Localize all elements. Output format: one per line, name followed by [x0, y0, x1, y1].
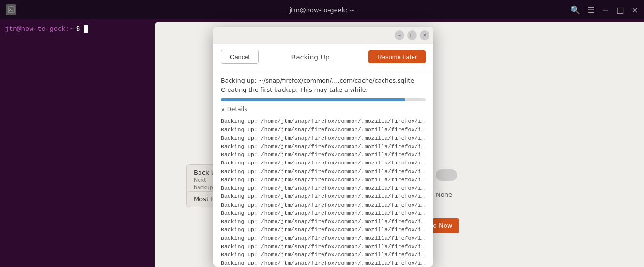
log-line: Backing up: /home/jtm/snap/firefox/commo…	[221, 201, 426, 209]
log-line: Backing up: /home/jtm/snap/firefox/commo…	[221, 159, 426, 167]
next-backup-label: Next backup:	[194, 177, 215, 191]
log-line: Backing up: /home/jtm/snap/firefox/commo…	[221, 176, 426, 184]
close-icon[interactable]: ×	[632, 5, 638, 15]
maximize-icon[interactable]: □	[616, 5, 624, 15]
search-icon[interactable]: 🔍	[570, 5, 580, 15]
most-recent-label: Most R	[194, 195, 215, 203]
minimize-icon[interactable]: −	[602, 5, 609, 15]
terminal-window-controls: 🔍 ☰ − □ ×	[570, 5, 638, 15]
backup-now-label: o Now	[433, 222, 452, 229]
dialog-titlebar: − □ ×	[213, 27, 433, 44]
log-line: Backing up: /home/jtm/snap/firefox/commo…	[221, 150, 426, 159]
log-line: Backing up: /home/jtm/snap/firefox/commo…	[221, 251, 426, 259]
none-label-bg: None	[436, 191, 452, 198]
log-line: Backing up: /home/jtm/snap/firefox/commo…	[221, 125, 426, 134]
details-scroll[interactable]: Backing up: /home/jtm/snap/firefox/commo…	[221, 115, 426, 265]
details-label: Details	[227, 106, 247, 113]
log-line: Backing up: /home/jtm/snap/firefox/commo…	[221, 167, 426, 176]
terminal-titlebar: jtm@how-to-geek: ~ 🔍 ☰ − □ ×	[0, 0, 644, 19]
log-line: Backing up: /home/jtm/snap/firefox/commo…	[221, 192, 426, 200]
terminal-prompt: jtm@how-to-geek:~ $	[5, 25, 150, 33]
dialog-body: Backing up: ~/snap/firefox/common/….com/…	[213, 70, 433, 267]
backup-dialog: − □ × Cancel Backing Up... Resume Later …	[213, 27, 433, 267]
log-line: Backing up: /home/jtm/snap/firefox/commo…	[221, 259, 426, 265]
resume-later-button[interactable]: Resume Later	[368, 50, 426, 63]
menu-icon[interactable]: ☰	[588, 5, 595, 15]
details-toggle[interactable]: ∨ Details	[221, 106, 426, 113]
progress-bar-container	[221, 98, 426, 101]
terminal-dollar: $	[76, 25, 80, 33]
dialog-maximize-button[interactable]: □	[407, 30, 417, 40]
terminal-cursor	[84, 25, 88, 33]
log-line: Backing up: /home/jtm/snap/firefox/commo…	[221, 142, 426, 150]
dialog-header: Cancel Backing Up... Resume Later	[213, 44, 433, 70]
terminal-prompt-text: jtm@how-to-geek:~	[5, 25, 74, 33]
log-line: Backing up: /home/jtm/snap/firefox/commo…	[221, 117, 426, 125]
log-line: Backing up: /home/jtm/snap/firefox/commo…	[221, 217, 426, 225]
progress-bar-fill	[221, 98, 405, 101]
cancel-button[interactable]: Cancel	[221, 50, 259, 64]
log-line: Backing up: /home/jtm/snap/firefox/commo…	[221, 234, 426, 242]
terminal-title: jtm@how-to-geek: ~	[289, 6, 354, 14]
backing-up-path: Backing up: ~/snap/firefox/common/….com/…	[221, 77, 426, 84]
terminal-content: jtm@how-to-geek:~ $	[0, 19, 155, 267]
log-line: Backing up: /home/jtm/snap/firefox/commo…	[221, 209, 426, 217]
dialog-close-button[interactable]: ×	[420, 30, 429, 40]
log-line: Backing up: /home/jtm/snap/firefox/commo…	[221, 134, 426, 142]
chevron-down-icon: ∨	[221, 106, 225, 113]
dialog-title: Backing Up...	[291, 53, 337, 61]
backing-up-message: Creating the first backup. This may take…	[221, 86, 426, 93]
toggle-bg	[436, 169, 457, 181]
log-line: Backing up: /home/jtm/snap/firefox/commo…	[221, 225, 426, 234]
dialog-minimize-button[interactable]: −	[395, 30, 404, 40]
terminal-app-icon	[6, 4, 16, 15]
log-line: Backing up: /home/jtm/snap/firefox/commo…	[221, 242, 426, 251]
log-line: Backing up: /home/jtm/snap/firefox/commo…	[221, 184, 426, 192]
